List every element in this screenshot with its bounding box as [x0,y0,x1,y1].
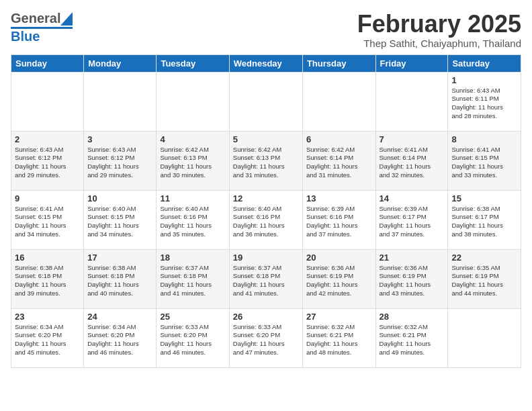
calendar-cell: 13Sunrise: 6:39 AM Sunset: 6:16 PM Dayli… [302,190,375,249]
calendar-week-row: 16Sunrise: 6:38 AM Sunset: 6:18 PM Dayli… [11,249,521,308]
calendar-cell [84,72,157,131]
day-info: Sunrise: 6:32 AM Sunset: 6:21 PM Dayligh… [380,323,445,357]
day-number: 9 [15,193,80,203]
col-sunday: Sunday [11,54,84,72]
calendar-cell: 3Sunrise: 6:43 AM Sunset: 6:12 PM Daylig… [84,131,157,190]
calendar-cell: 27Sunrise: 6:32 AM Sunset: 6:21 PM Dayli… [302,308,375,367]
day-number: 5 [233,134,299,144]
day-info: Sunrise: 6:33 AM Sunset: 6:20 PM Dayligh… [160,323,225,357]
calendar-cell: 17Sunrise: 6:38 AM Sunset: 6:18 PM Dayli… [84,249,157,308]
calendar-cell: 24Sunrise: 6:34 AM Sunset: 6:20 PM Dayli… [84,308,157,367]
day-info: Sunrise: 6:41 AM Sunset: 6:15 PM Dayligh… [451,146,517,180]
day-number: 6 [306,134,372,144]
day-info: Sunrise: 6:38 AM Sunset: 6:18 PM Dayligh… [87,264,152,298]
day-info: Sunrise: 6:39 AM Sunset: 6:17 PM Dayligh… [380,205,445,239]
calendar-cell [302,72,375,131]
day-info: Sunrise: 6:42 AM Sunset: 6:14 PM Dayligh… [306,146,372,180]
calendar-cell: 16Sunrise: 6:38 AM Sunset: 6:18 PM Dayli… [11,249,84,308]
day-info: Sunrise: 6:38 AM Sunset: 6:18 PM Dayligh… [15,264,80,298]
day-number: 4 [160,134,225,144]
day-info: Sunrise: 6:40 AM Sunset: 6:15 PM Dayligh… [87,205,152,239]
calendar-cell: 9Sunrise: 6:41 AM Sunset: 6:15 PM Daylig… [11,190,84,249]
logo-blue-text: Blue [11,29,40,44]
calendar-cell: 2Sunrise: 6:43 AM Sunset: 6:12 PM Daylig… [11,131,84,190]
day-number: 18 [160,253,225,263]
calendar-cell [448,308,521,367]
calendar-cell: 11Sunrise: 6:40 AM Sunset: 6:16 PM Dayli… [157,190,229,249]
day-number: 3 [87,134,152,144]
day-number: 11 [160,193,225,203]
logo-triangle-icon [60,12,73,26]
calendar-cell: 8Sunrise: 6:41 AM Sunset: 6:15 PM Daylig… [448,131,521,190]
day-info: Sunrise: 6:34 AM Sunset: 6:20 PM Dayligh… [87,323,152,357]
calendar-cell: 21Sunrise: 6:36 AM Sunset: 6:19 PM Dayli… [375,249,448,308]
logo-general-text: General [11,11,60,26]
day-info: Sunrise: 6:35 AM Sunset: 6:19 PM Dayligh… [451,264,517,298]
calendar-cell: 10Sunrise: 6:40 AM Sunset: 6:15 PM Dayli… [84,190,157,249]
col-tuesday: Tuesday [157,54,229,72]
calendar-cell: 4Sunrise: 6:42 AM Sunset: 6:13 PM Daylig… [157,131,229,190]
page-header: General Blue February 2025 Thep Sathit, … [11,11,521,49]
day-info: Sunrise: 6:40 AM Sunset: 6:16 PM Dayligh… [160,205,225,239]
calendar-cell: 23Sunrise: 6:34 AM Sunset: 6:20 PM Dayli… [11,308,84,367]
calendar-subtitle: Thep Sathit, Chaiyaphum, Thailand [357,38,521,49]
day-info: Sunrise: 6:42 AM Sunset: 6:13 PM Dayligh… [160,146,225,180]
svg-marker-0 [60,12,73,26]
day-number: 26 [233,312,299,322]
day-number: 21 [380,253,445,263]
day-info: Sunrise: 6:43 AM Sunset: 6:12 PM Dayligh… [15,146,80,180]
calendar-cell [375,72,448,131]
calendar-cell [229,72,302,131]
calendar-week-row: 2Sunrise: 6:43 AM Sunset: 6:12 PM Daylig… [11,131,521,190]
calendar-cell [11,72,84,131]
day-number: 12 [233,193,299,203]
col-friday: Friday [375,54,448,72]
day-number: 14 [380,193,445,203]
day-number: 15 [451,193,517,203]
day-number: 8 [451,134,517,144]
calendar-cell [157,72,229,131]
day-info: Sunrise: 6:34 AM Sunset: 6:20 PM Dayligh… [15,323,80,357]
calendar-cell: 25Sunrise: 6:33 AM Sunset: 6:20 PM Dayli… [157,308,229,367]
calendar-cell: 19Sunrise: 6:37 AM Sunset: 6:18 PM Dayli… [229,249,302,308]
col-monday: Monday [84,54,157,72]
day-number: 19 [233,253,299,263]
day-info: Sunrise: 6:37 AM Sunset: 6:18 PM Dayligh… [233,264,299,298]
day-info: Sunrise: 6:39 AM Sunset: 6:16 PM Dayligh… [306,205,372,239]
calendar-cell: 20Sunrise: 6:36 AM Sunset: 6:19 PM Dayli… [302,249,375,308]
col-saturday: Saturday [448,54,521,72]
day-info: Sunrise: 6:32 AM Sunset: 6:21 PM Dayligh… [306,323,372,357]
day-number: 1 [451,75,517,85]
calendar-cell: 28Sunrise: 6:32 AM Sunset: 6:21 PM Dayli… [375,308,448,367]
day-number: 2 [15,134,80,144]
day-number: 20 [306,253,372,263]
day-info: Sunrise: 6:42 AM Sunset: 6:13 PM Dayligh… [233,146,299,180]
calendar-cell: 22Sunrise: 6:35 AM Sunset: 6:19 PM Dayli… [448,249,521,308]
day-number: 27 [306,312,372,322]
calendar-table: Sunday Monday Tuesday Wednesday Thursday… [11,54,521,368]
day-number: 23 [15,312,80,322]
day-number: 13 [306,193,372,203]
day-info: Sunrise: 6:43 AM Sunset: 6:12 PM Dayligh… [87,146,152,180]
calendar-cell: 1Sunrise: 6:43 AM Sunset: 6:11 PM Daylig… [448,72,521,131]
calendar-title: February 2025 [357,11,521,38]
calendar-cell: 5Sunrise: 6:42 AM Sunset: 6:13 PM Daylig… [229,131,302,190]
calendar-cell: 14Sunrise: 6:39 AM Sunset: 6:17 PM Dayli… [375,190,448,249]
day-number: 16 [15,253,80,263]
day-info: Sunrise: 6:43 AM Sunset: 6:11 PM Dayligh… [451,87,517,121]
calendar-week-row: 23Sunrise: 6:34 AM Sunset: 6:20 PM Dayli… [11,308,521,367]
calendar-header-row: Sunday Monday Tuesday Wednesday Thursday… [11,54,521,72]
day-number: 22 [451,253,517,263]
day-info: Sunrise: 6:33 AM Sunset: 6:20 PM Dayligh… [233,323,299,357]
calendar-cell: 26Sunrise: 6:33 AM Sunset: 6:20 PM Dayli… [229,308,302,367]
day-info: Sunrise: 6:36 AM Sunset: 6:19 PM Dayligh… [306,264,372,298]
calendar-week-row: 9Sunrise: 6:41 AM Sunset: 6:15 PM Daylig… [11,190,521,249]
title-block: February 2025 Thep Sathit, Chaiyaphum, T… [357,11,521,49]
day-number: 25 [160,312,225,322]
calendar-cell: 15Sunrise: 6:38 AM Sunset: 6:17 PM Dayli… [448,190,521,249]
day-info: Sunrise: 6:37 AM Sunset: 6:18 PM Dayligh… [160,264,225,298]
day-info: Sunrise: 6:40 AM Sunset: 6:16 PM Dayligh… [233,205,299,239]
day-info: Sunrise: 6:41 AM Sunset: 6:15 PM Dayligh… [15,205,80,239]
col-wednesday: Wednesday [229,54,302,72]
day-info: Sunrise: 6:38 AM Sunset: 6:17 PM Dayligh… [451,205,517,239]
